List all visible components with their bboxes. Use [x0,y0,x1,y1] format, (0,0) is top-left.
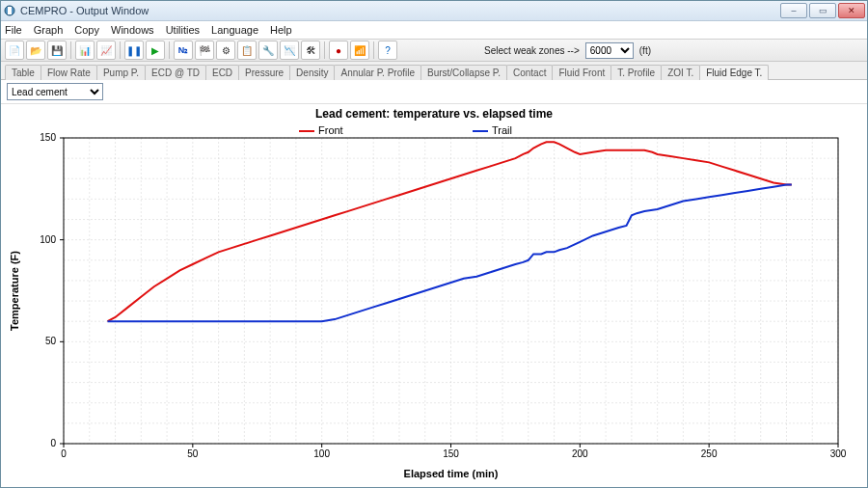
tool-linechart-icon[interactable]: 📈 [96,41,116,60]
tool-help-icon[interactable]: ? [378,41,397,60]
svg-text:250: 250 [701,448,718,459]
tool-plot-icon[interactable]: 📉 [280,41,299,60]
toolbar: 📄 📂 💾 📊 📈 ❚❚ ▶ N₂ 🏁 ⚙ 📋 🔧 📉 🛠 ● 📶 ? Sele… [1,40,867,62]
tab-burst[interactable]: Burst/Collapse P. [420,65,507,80]
weak-zones-label: Select weak zones --> [484,45,580,56]
svg-text:100: 100 [40,234,56,245]
tab-table[interactable]: Table [5,65,41,80]
tool-barchart-icon[interactable]: 📊 [75,41,95,60]
menu-help[interactable]: Help [270,24,292,36]
tool-pause-icon[interactable]: ❚❚ [124,41,144,60]
toolbar-sep [373,41,374,59]
tool-flag-icon[interactable]: 🏁 [195,41,214,60]
svg-text:0: 0 [61,448,67,459]
tool-settings-icon[interactable]: 🔧 [258,41,278,60]
chart-area: 050100150200250300050100150Lead cement: … [1,104,867,487]
tool-gear-icon[interactable]: ⚙ [216,41,235,60]
maximize-button[interactable]: ▭ [809,3,836,18]
menu-utilities[interactable]: Utilities [166,24,200,36]
toolbar-sep [324,41,325,59]
tab-contact[interactable]: Contact [506,65,553,80]
svg-text:Trail: Trail [492,124,512,136]
tab-t-profile[interactable]: T. Profile [610,65,662,80]
titlebar: CEMPRO - Output Window – ▭ ✕ [1,1,867,21]
app-window: CEMPRO - Output Window – ▭ ✕ File Graph … [0,0,868,488]
tool-settings2-icon[interactable]: 🛠 [301,41,320,60]
svg-text:100: 100 [313,448,330,459]
svg-rect-1 [8,7,12,14]
tab-fluid-front[interactable]: Fluid Front [552,65,611,80]
menu-file[interactable]: File [5,24,22,36]
tab-pressure[interactable]: Pressure [238,65,290,80]
tool-play-icon[interactable]: ▶ [146,41,165,60]
svg-text:150: 150 [40,132,56,143]
tab-zoi-t[interactable]: ZOI T. [661,65,700,80]
window-title: CEMPRO - Output Window [20,5,780,16]
minimize-button[interactable]: – [780,3,807,18]
toolbar-sep [70,41,71,59]
app-icon [3,4,16,17]
svg-text:Temperature (F): Temperature (F) [9,251,20,331]
toolbar-sep [120,41,121,59]
svg-text:300: 300 [830,448,847,459]
tab-bar: Table Flow Rate Pump P. ECD @ TD ECD Pre… [1,62,867,80]
weak-zones-unit: (ft) [639,45,651,56]
tool-circle-icon[interactable]: ● [329,41,348,60]
series-select[interactable]: Lead cement [7,83,103,100]
menu-copy[interactable]: Copy [74,24,99,36]
close-button[interactable]: ✕ [838,3,865,18]
tab-density[interactable]: Density [289,65,335,80]
tool-new-icon[interactable]: 📄 [5,41,24,60]
svg-text:200: 200 [572,448,588,459]
selector-bar: Lead cement [1,80,867,104]
svg-text:Lead cement: temperature vs. e: Lead cement: temperature vs. elapsed tim… [315,107,553,121]
tool-save-icon[interactable]: 💾 [47,41,67,60]
chart-svg: 050100150200250300050100150Lead cement: … [1,104,867,487]
weak-zones-select[interactable]: 6000 [585,42,634,59]
svg-text:0: 0 [50,438,56,448]
svg-text:Front: Front [318,124,343,136]
tab-pump-p[interactable]: Pump P. [96,65,146,80]
menu-windows[interactable]: Windows [111,24,154,36]
toolbar-sep [169,41,170,59]
tab-annular[interactable]: Annular P. Profile [334,65,421,80]
tool-copy-icon[interactable]: 📋 [237,41,257,60]
svg-text:Elapsed time (min): Elapsed time (min) [404,468,499,479]
menu-graph[interactable]: Graph [34,24,64,36]
svg-text:150: 150 [443,448,459,459]
menu-language[interactable]: Language [211,24,258,36]
tab-ecd[interactable]: ECD [205,65,239,80]
menubar: File Graph Copy Windows Utilities Langua… [1,21,867,40]
tab-fluid-edge-t[interactable]: Fluid Edge T. [699,65,769,80]
tab-flow-rate[interactable]: Flow Rate [41,65,97,80]
window-buttons: – ▭ ✕ [780,3,865,18]
tab-ecd-td[interactable]: ECD @ TD [145,65,206,80]
tool-wifi-icon[interactable]: 📶 [350,41,369,60]
svg-text:50: 50 [45,336,57,346]
svg-text:50: 50 [187,448,199,459]
tool-n2-icon[interactable]: N₂ [174,41,193,60]
tool-open-icon[interactable]: 📂 [26,41,45,60]
